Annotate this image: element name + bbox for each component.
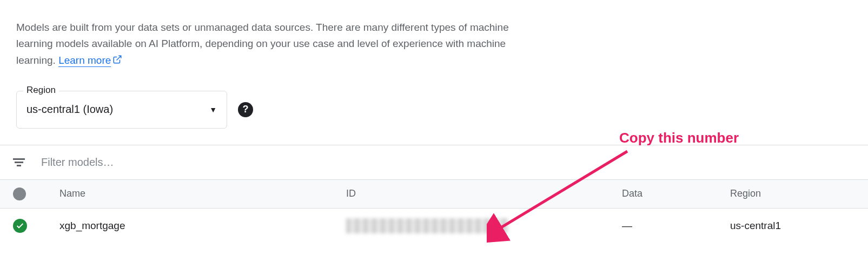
- filter-input[interactable]: [41, 156, 855, 169]
- chevron-down-icon: ▼: [209, 105, 217, 114]
- external-link-icon: [112, 53, 122, 69]
- svg-line-0: [117, 56, 121, 60]
- select-all-indicator[interactable]: [13, 187, 26, 200]
- learn-more-link[interactable]: Learn more: [58, 55, 111, 67]
- region-label: Region: [23, 85, 59, 96]
- column-header-id[interactable]: ID: [346, 188, 622, 199]
- model-region: us-central1: [730, 220, 868, 232]
- filter-icon: [13, 158, 25, 166]
- redacted-id: [346, 218, 508, 233]
- help-icon[interactable]: ?: [238, 102, 253, 117]
- description-text: Models are built from your data sets or …: [0, 0, 541, 80]
- model-name[interactable]: xgb_mortgage: [59, 220, 346, 232]
- status-success-icon: [13, 219, 27, 233]
- column-header-region[interactable]: Region: [730, 188, 868, 199]
- region-select[interactable]: Region us-central1 (Iowa) ▼: [16, 91, 227, 129]
- column-header-data[interactable]: Data: [622, 188, 730, 199]
- column-header-name[interactable]: Name: [59, 188, 346, 199]
- table-row[interactable]: xgb_mortgage — us-central1: [0, 209, 868, 243]
- model-id: [346, 218, 622, 233]
- model-data: —: [622, 220, 730, 232]
- region-value: us-central1 (Iowa): [26, 103, 209, 116]
- table-header: Name ID Data Region: [0, 179, 868, 209]
